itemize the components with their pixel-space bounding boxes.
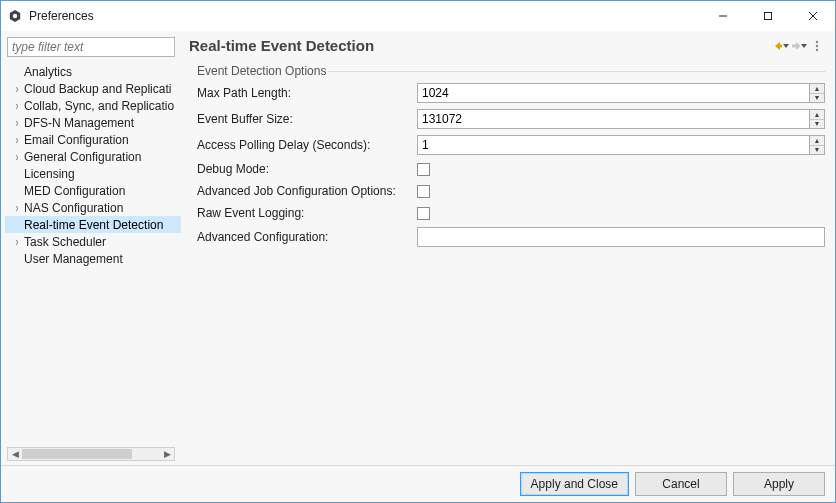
sidebar-item-licensing[interactable]: Licensing — [5, 165, 181, 182]
expander-icon[interactable]: › — [11, 235, 23, 249]
sidebar-item-user-management[interactable]: User Management — [5, 250, 181, 267]
horizontal-scrollbar[interactable]: ◀ ▶ — [7, 447, 175, 461]
svg-rect-3 — [764, 13, 771, 20]
cancel-button[interactable]: Cancel — [635, 472, 727, 496]
spin-up-icon[interactable]: ▲ — [810, 136, 824, 146]
event-buffer-size-input[interactable] — [417, 109, 809, 129]
access-polling-delay-input[interactable] — [417, 135, 809, 155]
sidebar-item-label: NAS Configuration — [24, 201, 123, 215]
titlebar: Preferences — [1, 1, 835, 31]
sidebar-item-real-time-event-detection[interactable]: Real-time Event Detection — [5, 216, 181, 233]
label-raw-event-logging: Raw Event Logging: — [195, 206, 417, 220]
sidebar-item-cloud-backup-and-replicati[interactable]: ›Cloud Backup and Replicati — [5, 80, 181, 97]
adv-config-input[interactable] — [417, 227, 825, 247]
sidebar-item-label: Analytics — [24, 65, 72, 79]
expander-icon[interactable]: › — [11, 99, 23, 113]
max-path-length-input[interactable] — [417, 83, 809, 103]
scroll-right-icon[interactable]: ▶ — [160, 449, 174, 459]
spin-up-icon[interactable]: ▲ — [810, 84, 824, 94]
sidebar-item-label: Licensing — [24, 167, 75, 181]
window-title: Preferences — [29, 9, 94, 23]
back-button[interactable] — [773, 38, 789, 54]
svg-rect-6 — [779, 44, 782, 47]
raw-event-logging-checkbox[interactable] — [417, 207, 430, 220]
svg-point-10 — [816, 48, 818, 50]
menu-icon[interactable] — [809, 38, 825, 54]
spin-down-icon[interactable]: ▼ — [810, 94, 824, 103]
spinner-buttons: ▲ ▼ — [809, 83, 825, 103]
label-max-path-length: Max Path Length: — [195, 86, 417, 100]
close-button[interactable] — [790, 1, 835, 31]
window-controls — [700, 1, 835, 31]
expander-icon[interactable]: › — [11, 201, 23, 215]
label-event-buffer-size: Event Buffer Size: — [195, 112, 417, 126]
sidebar-item-email-configuration[interactable]: ›Email Configuration — [5, 131, 181, 148]
expander-icon[interactable]: › — [11, 150, 23, 164]
sidebar-item-nas-configuration[interactable]: ›NAS Configuration — [5, 199, 181, 216]
spin-down-icon[interactable]: ▼ — [810, 146, 824, 155]
dialog-footer: Apply and Close Cancel Apply — [1, 465, 835, 502]
sidebar-item-analytics[interactable]: Analytics — [5, 63, 181, 80]
svg-point-9 — [816, 44, 818, 46]
row-access-polling-delay: Access Polling Delay (Seconds): ▲ ▼ — [195, 132, 825, 158]
spinner-buttons: ▲ ▼ — [809, 109, 825, 129]
sidebar: Analytics›Cloud Backup and Replicati›Col… — [1, 31, 181, 465]
page-title: Real-time Event Detection — [189, 37, 374, 54]
svg-point-1 — [13, 14, 17, 18]
expander-icon[interactable]: › — [11, 116, 23, 130]
sidebar-item-label: General Configuration — [24, 150, 141, 164]
sidebar-item-dfs-n-management[interactable]: ›DFS-N Management — [5, 114, 181, 131]
row-max-path-length: Max Path Length: ▲ ▼ — [195, 80, 825, 106]
label-adv-job-cfg: Advanced Job Configuration Options: — [195, 184, 417, 198]
minimize-button[interactable] — [700, 1, 745, 31]
label-debug-mode: Debug Mode: — [195, 162, 417, 176]
main-panel: Real-time Event Detection Event Detectio… — [181, 31, 835, 465]
sidebar-item-general-configuration[interactable]: ›General Configuration — [5, 148, 181, 165]
scroll-left-icon[interactable]: ◀ — [8, 449, 22, 459]
sidebar-item-task-scheduler[interactable]: ›Task Scheduler — [5, 233, 181, 250]
preferences-window: Preferences Analytics›Cloud Backup and R… — [0, 0, 836, 503]
maximize-button[interactable] — [745, 1, 790, 31]
spin-up-icon[interactable]: ▲ — [810, 110, 824, 120]
apply-and-close-button[interactable]: Apply and Close — [520, 472, 629, 496]
svg-rect-7 — [792, 44, 797, 47]
forward-button[interactable] — [791, 38, 807, 54]
form: Max Path Length: ▲ ▼ Event Buffer Size: — [195, 80, 825, 250]
sidebar-item-label: User Management — [24, 252, 123, 266]
row-raw-event-logging: Raw Event Logging: — [195, 202, 825, 224]
debug-mode-checkbox[interactable] — [417, 163, 430, 176]
sidebar-item-label: MED Configuration — [24, 184, 125, 198]
app-icon — [7, 8, 23, 24]
expander-icon[interactable]: › — [11, 133, 23, 147]
row-adv-job-cfg: Advanced Job Configuration Options: — [195, 180, 825, 202]
sidebar-item-label: Real-time Event Detection — [24, 218, 163, 232]
sidebar-item-label: Email Configuration — [24, 133, 129, 147]
sidebar-item-med-configuration[interactable]: MED Configuration — [5, 182, 181, 199]
main-header: Real-time Event Detection — [181, 31, 835, 64]
sidebar-item-label: Task Scheduler — [24, 235, 106, 249]
scroll-thumb[interactable] — [22, 449, 132, 459]
nav-tree: Analytics›Cloud Backup and Replicati›Col… — [5, 61, 181, 445]
row-adv-config: Advanced Configuration: — [195, 224, 825, 250]
adv-job-cfg-checkbox[interactable] — [417, 185, 430, 198]
max-path-length-spinner[interactable]: ▲ ▼ — [417, 83, 825, 103]
filter-input[interactable] — [7, 37, 175, 57]
event-detection-group: Event Detection Options Max Path Length:… — [195, 64, 825, 256]
dialog-body: Analytics›Cloud Backup and Replicati›Col… — [1, 31, 835, 465]
apply-button[interactable]: Apply — [733, 472, 825, 496]
sidebar-item-label: Cloud Backup and Replicati — [24, 82, 171, 96]
access-polling-delay-spinner[interactable]: ▲ ▼ — [417, 135, 825, 155]
sidebar-item-label: Collab, Sync, and Replicatio — [24, 99, 174, 113]
row-debug-mode: Debug Mode: — [195, 158, 825, 180]
event-buffer-size-spinner[interactable]: ▲ ▼ — [417, 109, 825, 129]
label-adv-config: Advanced Configuration: — [195, 230, 417, 244]
spin-down-icon[interactable]: ▼ — [810, 120, 824, 129]
sidebar-item-collab-sync-and-replicatio[interactable]: ›Collab, Sync, and Replicatio — [5, 97, 181, 114]
svg-point-8 — [816, 40, 818, 42]
row-event-buffer-size: Event Buffer Size: ▲ ▼ — [195, 106, 825, 132]
group-title: Event Detection Options — [195, 64, 328, 78]
header-toolbar — [773, 38, 825, 54]
label-access-polling-delay: Access Polling Delay (Seconds): — [195, 138, 417, 152]
spinner-buttons: ▲ ▼ — [809, 135, 825, 155]
expander-icon[interactable]: › — [11, 82, 23, 96]
